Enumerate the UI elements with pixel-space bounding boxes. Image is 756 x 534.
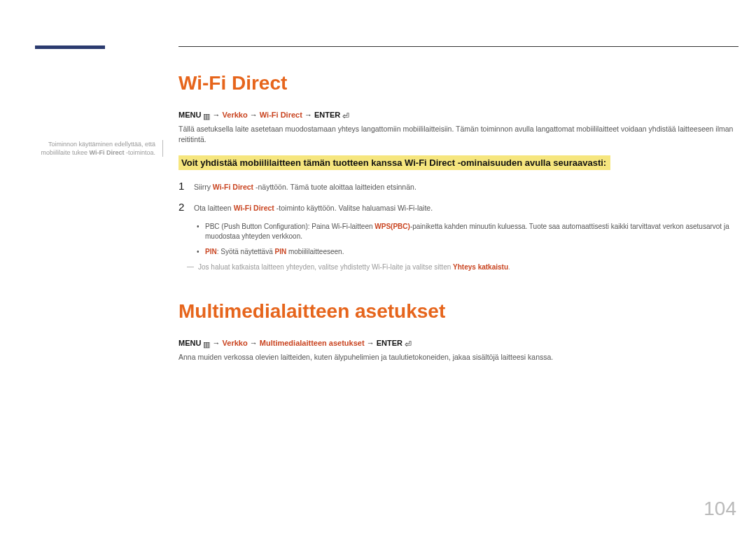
arrow-icon: →: [213, 339, 223, 347]
nav-menu-label: MENU: [178, 111, 201, 119]
bullet1-prefix: PBC (Push Button Configuration): Paina W…: [205, 223, 374, 230]
note-suffix: .: [508, 263, 510, 271]
note-orange: Yhteys katkaistu: [453, 263, 508, 271]
section1-nav-path: MENU → Verkko → Wi-Fi Direct → ENTER: [178, 110, 739, 120]
step2: 2 Ota laitteen Wi-Fi Direct -toiminto kä…: [178, 201, 739, 213]
nav-multimedia: Multimedialaitteen asetukset: [260, 339, 365, 347]
bullet1: PBC (Push Button Configuration): Paina W…: [197, 222, 739, 241]
section2-nav-path: MENU → Verkko → Multimedialaitteen asetu…: [178, 338, 739, 348]
bullet1-orange: WPS(PBC): [374, 223, 410, 230]
arrow-icon: →: [213, 111, 223, 119]
sidebar-note-bold: Wi-Fi Direct: [90, 149, 125, 156]
step2-prefix: Ota laitteen: [194, 204, 234, 212]
step1-number: 1: [178, 180, 194, 192]
sub-bullet-list: PBC (Push Button Configuration): Paina W…: [197, 222, 739, 257]
sidebar-note: Toiminnon käyttäminen edellyttää, että m…: [35, 140, 163, 157]
step2-text: Ota laitteen Wi-Fi Direct -toiminto käyt…: [194, 203, 433, 213]
section1-highlight-text: Voit yhdistää mobiililaitteen tämän tuot…: [178, 155, 610, 170]
nav-verkko: Verkko: [223, 111, 248, 119]
nav-enter-label: ENTER: [377, 339, 402, 347]
bullet2-mid: : Syötä näytettävä: [217, 248, 275, 255]
section1-note: Jos haluat katkaista laitteen yhteyden, …: [187, 262, 739, 272]
step2-orange: Wi-Fi Direct: [234, 204, 274, 212]
bullet2-suffix: mobiililaitteeseen.: [286, 248, 344, 255]
nav-verkko: Verkko: [223, 339, 248, 347]
nav-menu-label: MENU: [178, 339, 201, 347]
section2-intro-text: Anna muiden verkossa olevien laitteiden,…: [178, 352, 739, 363]
menu-icon: [203, 112, 210, 121]
step2-number: 2: [178, 201, 194, 213]
arrow-icon: →: [367, 339, 377, 347]
section1-title: Wi-Fi Direct: [178, 72, 739, 94]
arrow-icon: →: [304, 111, 314, 119]
enter-icon: [342, 111, 349, 121]
step2-suffix: -toiminto käyttöön. Valitse haluamasi Wi…: [274, 204, 433, 212]
nav-enter-label: ENTER: [314, 111, 340, 119]
bullet2-pin2: PIN: [275, 248, 287, 255]
bullet2-pin: PIN: [205, 248, 217, 255]
section1-intro-text: Tällä asetuksella laite asetetaan muodos…: [178, 124, 739, 144]
sidebar-note-suffix: -toimintoa.: [124, 149, 155, 156]
step1-prefix: Siirry: [194, 183, 213, 191]
arrow-icon: →: [250, 111, 260, 119]
step1-suffix: -näyttöön. Tämä tuote aloittaa laitteide…: [253, 183, 416, 191]
bullet2: PIN: Syötä näytettävä PIN mobiililaittee…: [197, 247, 739, 257]
section2-title: Multimedialaitteen asetukset: [178, 300, 739, 323]
page-number: 104: [704, 498, 736, 520]
step1: 1 Siirry Wi-Fi Direct -näyttöön. Tämä tu…: [178, 180, 739, 192]
step1-text: Siirry Wi-Fi Direct -näyttöön. Tämä tuot…: [194, 182, 416, 192]
enter-icon: [405, 339, 412, 349]
arrow-icon: →: [250, 339, 260, 347]
sidebar-note-text: Toiminnon käyttäminen edellyttää, että m…: [35, 140, 155, 157]
note-prefix: Jos haluat katkaista laitteen yhteyden, …: [198, 263, 453, 271]
nav-wifidirect: Wi-Fi Direct: [260, 111, 302, 119]
menu-icon: [203, 340, 210, 349]
step1-orange: Wi-Fi Direct: [213, 183, 253, 191]
